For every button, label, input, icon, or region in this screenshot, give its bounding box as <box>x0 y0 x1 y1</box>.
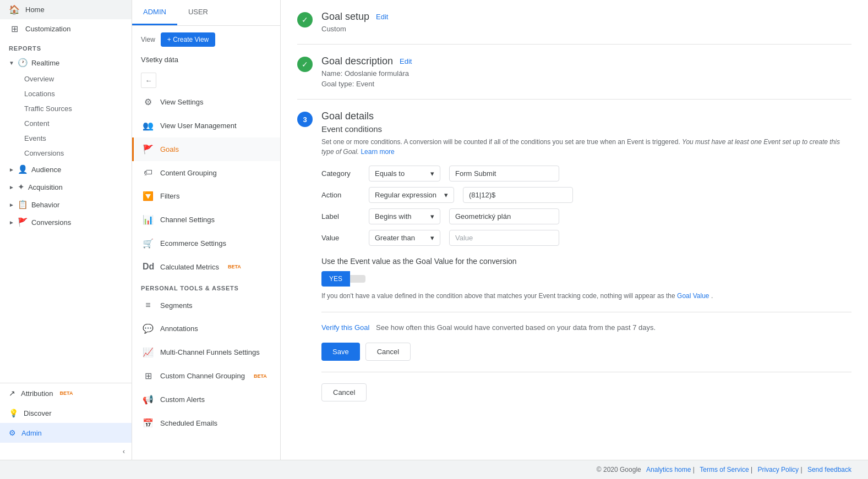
nav-item-filters[interactable]: 🔽 Filters <box>132 184 280 208</box>
toggle-no-button[interactable] <box>350 275 365 283</box>
goal-details-step-icon: 3 <box>297 112 313 127</box>
learn-more-link[interactable]: Learn more <box>361 148 394 156</box>
view-label: View <box>141 36 155 43</box>
condition-input-label[interactable] <box>449 208 559 224</box>
goal-value-link[interactable]: Goal Value <box>677 292 709 300</box>
nav-item-calculated-metrics[interactable]: Dd Calculated Metrics BETA <box>132 255 280 278</box>
realtime-icon: 🕐 <box>18 58 28 68</box>
behavior-icon: 📋 <box>18 200 28 210</box>
sidebar-item-traffic-sources[interactable]: Traffic Sources <box>0 101 132 116</box>
goal-setup-edit-link[interactable]: Edit <box>376 13 388 21</box>
toggle-yes-button[interactable]: YES <box>321 271 350 287</box>
nav-item-custom-alerts[interactable]: 📢 Custom Alerts <box>132 388 280 411</box>
cancel-bottom-button[interactable]: Cancel <box>321 383 367 401</box>
tab-user[interactable]: USER <box>177 0 219 25</box>
ecommerce-settings-label: Ecommerce Settings <box>160 239 226 247</box>
sidebar-item-events[interactable]: Events <box>0 131 132 146</box>
verify-goal-link[interactable]: Verify this Goal <box>321 323 369 332</box>
view-settings-icon: ⚙ <box>143 97 154 107</box>
footer-terms-link[interactable]: Terms of Service <box>700 466 749 474</box>
sidebar-item-content[interactable]: Content <box>0 116 132 131</box>
sidebar-item-locations[interactable]: Locations <box>0 86 132 101</box>
filters-icon: 🔽 <box>143 191 154 201</box>
scheduled-emails-label: Scheduled Emails <box>160 419 217 427</box>
sidebar-item-home[interactable]: 🏠 Home <box>0 0 132 19</box>
sidebar-item-behavior[interactable]: ► 📋 Behavior <box>0 196 132 213</box>
condition-row-action: Action Regular expression ▾ <box>321 187 851 203</box>
nav-item-channel-settings[interactable]: 📊 Channel Settings <box>132 208 280 232</box>
event-conditions-title: Event conditions <box>321 124 851 134</box>
goal-description-edit-link[interactable]: Edit <box>400 57 412 65</box>
sidebar-item-acquisition[interactable]: ► ✦ Acquisition <box>0 178 132 196</box>
nav-item-scheduled-emails[interactable]: 📅 Scheduled Emails <box>132 411 280 435</box>
sidebar-collapse-button[interactable]: ‹ <box>0 443 132 460</box>
tab-admin[interactable]: ADMIN <box>132 0 177 25</box>
footer: © 2020 Google Analytics home | Terms of … <box>0 460 868 479</box>
scheduled-emails-icon: 📅 <box>143 418 154 428</box>
sidebar-item-customization[interactable]: ⊞ Customization <box>0 19 132 38</box>
nav-item-segments[interactable]: ≡ Segments <box>132 294 280 317</box>
attribution-beta-badge: BETA <box>60 390 73 396</box>
goal-type-meta: Goal type: Event <box>321 80 851 88</box>
attribution-label: Attribution <box>21 389 53 398</box>
goals-label: Goals <box>160 145 179 153</box>
nav-item-ecommerce-settings[interactable]: 🛒 Ecommerce Settings <box>132 232 280 255</box>
nav-item-content-grouping[interactable]: 🏷 Content Grouping <box>132 161 280 184</box>
home-icon: 🏠 <box>9 4 20 15</box>
sidebar-item-audience[interactable]: ► 👤 Audience <box>0 161 132 178</box>
nav-item-custom-channel-grouping[interactable]: ⊞ Custom Channel Grouping BETA <box>132 364 280 388</box>
acquisition-arrow-icon: ► <box>9 184 14 190</box>
sidebar-item-overview[interactable]: Overview <box>0 71 132 86</box>
reports-section-label: REPORTS <box>0 38 132 54</box>
goal-description-section: ✓ Goal description Edit Name: Odoslanie … <box>297 56 851 100</box>
create-view-button[interactable]: + Create View <box>161 32 216 47</box>
verify-text: See how often this Goal would have conve… <box>376 323 656 332</box>
sidebar-item-discover[interactable]: 💡 Discover <box>0 403 132 423</box>
footer-feedback-link[interactable]: Send feedback <box>807 466 851 474</box>
overview-label: Overview <box>24 75 54 83</box>
nav-item-goals[interactable]: 🚩 Goals <box>132 137 280 161</box>
personal-tools-section-label: PERSONAL TOOLS & ASSETS <box>132 278 280 294</box>
footer-privacy-link[interactable]: Privacy Policy <box>757 466 799 474</box>
content-grouping-label: Content Grouping <box>160 169 217 177</box>
nav-item-annotations[interactable]: 💬 Annotations <box>132 317 280 340</box>
sidebar-item-conversions2[interactable]: ► 🚩 Conversions <box>0 213 132 231</box>
discover-icon: 💡 <box>9 409 18 417</box>
condition-row-category: Category Equals to ▾ <box>321 166 851 181</box>
back-button[interactable]: ← <box>141 73 156 88</box>
sidebar-item-admin[interactable]: ⚙ Admin <box>0 423 132 443</box>
save-button[interactable]: Save <box>321 343 360 361</box>
nav-item-view-user-management[interactable]: 👥 View User Management <box>132 114 280 137</box>
footer-analytics-home-link[interactable]: Analytics home <box>646 466 691 474</box>
condition-select-label[interactable]: Begins with ▾ <box>369 208 440 224</box>
calculated-metrics-label: Calculated Metrics <box>160 263 219 271</box>
condition-label-label: Label <box>321 212 360 221</box>
sidebar-item-realtime[interactable]: ▼ 🕐 Realtime <box>0 54 132 71</box>
goal-value-title: Use the Event value as the Goal Value fo… <box>321 257 851 266</box>
condition-select-category[interactable]: Equals to ▾ <box>369 166 440 181</box>
content-grouping-icon: 🏷 <box>143 168 154 178</box>
behavior-arrow-icon: ► <box>9 202 14 208</box>
calculated-metrics-beta-badge: BETA <box>228 264 241 269</box>
condition-select-action[interactable]: Regular expression ▾ <box>369 187 454 203</box>
sidebar-item-attribution[interactable]: ↗ Attribution BETA <box>0 383 132 403</box>
customization-icon: ⊞ <box>9 24 20 34</box>
condition-input-value[interactable] <box>449 230 559 246</box>
behavior-label: Behavior <box>31 201 59 209</box>
goal-setup-section: ✓ Goal setup Edit Custom <box>297 11 851 45</box>
sidebar-item-conversions[interactable]: Conversions <box>0 146 132 161</box>
view-header: View + Create View <box>132 26 280 53</box>
condition-input-category[interactable] <box>449 166 559 181</box>
condition-label-action: Action <box>321 191 360 199</box>
attribution-icon: ↗ <box>9 389 15 398</box>
cancel-button[interactable]: Cancel <box>365 343 411 361</box>
condition-select-value[interactable]: Greater than ▾ <box>369 230 440 246</box>
nav-item-multi-channel[interactable]: 📈 Multi-Channel Funnels Settings <box>132 340 280 364</box>
sidebar: 🏠 Home ⊞ Customization REPORTS ▼ 🕐 Realt… <box>0 0 132 460</box>
condition-input-action[interactable] <box>463 187 573 203</box>
channel-settings-icon: 📊 <box>143 214 154 225</box>
audience-icon: 👤 <box>18 164 28 174</box>
discover-label: Discover <box>24 409 52 417</box>
acquisition-icon: ✦ <box>18 182 25 192</box>
nav-item-view-settings[interactable]: ⚙ View Settings <box>132 90 280 114</box>
